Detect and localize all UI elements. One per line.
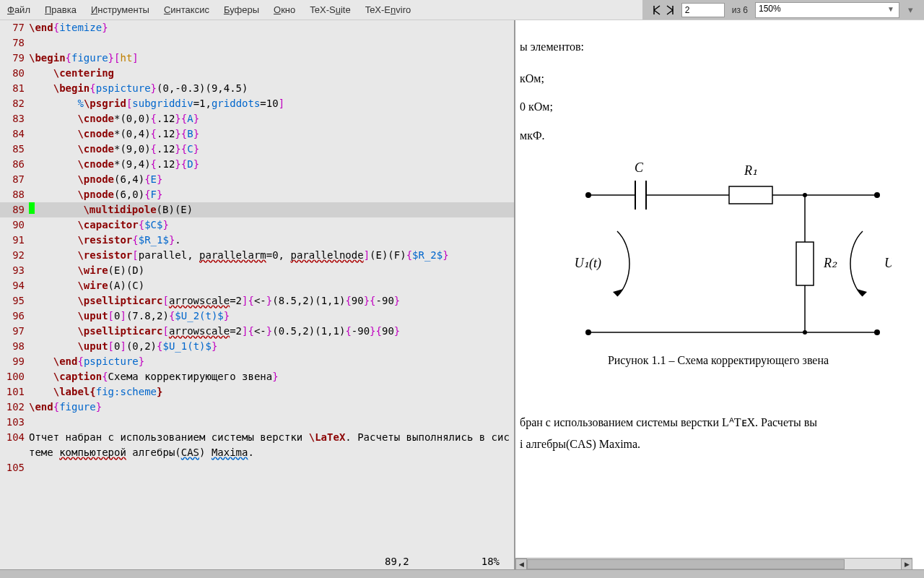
code-text: \cnode*(9,4){.12}{D} (29, 157, 514, 172)
text-cursor (29, 202, 35, 214)
page-number-input[interactable] (681, 3, 725, 17)
line-number: 99 (0, 354, 29, 369)
code-line[interactable]: 104Отчет набран с использованием системы… (0, 430, 514, 460)
code-line[interactable]: 81 \begin{pspicture}(0,-0.3)(9,4.5) (0, 81, 514, 96)
svg-text:U₁(t): U₁(t) (575, 256, 601, 271)
code-line[interactable]: 91 \resistor{$R_1$}. (0, 233, 514, 248)
menu-window[interactable]: Окно (266, 1, 302, 18)
editor-pane: 77\end{itemize}7879\begin{figure}[ht]80 … (0, 20, 515, 569)
code-text: \label{fig:scheme} (29, 384, 514, 400)
menu-buffers[interactable]: Буферы (217, 1, 266, 18)
line-number: 85 (0, 142, 29, 157)
code-line[interactable]: 102\end{figure} (0, 400, 514, 415)
code-line[interactable]: 86 \cnode*(9,4){.12}{D} (0, 157, 514, 172)
code-line[interactable]: 84 \cnode*(0,4){.12}{B} (0, 126, 514, 142)
code-text: \cnode*(0,0){.12}{A} (29, 111, 514, 126)
code-line[interactable]: 89 \multidipole(B)(E) (0, 202, 514, 217)
prev-page-icon[interactable] (650, 4, 661, 16)
svg-rect-11 (729, 186, 772, 204)
code-text: %\psgrid[subgriddiv=1,griddots=10] (29, 96, 514, 111)
line-number: 87 (0, 172, 29, 187)
line-number: 77 (0, 20, 29, 35)
preview-text: мкФ. (520, 126, 917, 145)
code-text: \begin{pspicture}(0,-0.3)(9,4.5) (29, 81, 514, 96)
svg-marker-21 (857, 289, 867, 296)
code-line[interactable]: 83 \cnode*(0,0){.12}{A} (0, 111, 514, 126)
code-line[interactable]: 90 \capacitor{$C$} (0, 217, 514, 233)
line-number: 89 (0, 202, 29, 217)
code-line[interactable]: 77\end{itemize} (0, 20, 514, 35)
code-line[interactable]: 93 \wire(E)(D) (0, 263, 514, 278)
code-line[interactable]: 98 \uput[0](0,2){$U_1(t)$} (0, 339, 514, 354)
scroll-right-icon[interactable]: ▶ (901, 558, 912, 570)
line-number: 96 (0, 309, 29, 324)
menu-edit[interactable]: Правка (38, 1, 84, 18)
preview-text: кОм; (520, 69, 917, 88)
preview-text: і алгебры(CAS) Maxima. (520, 435, 917, 454)
line-number: 92 (0, 248, 29, 263)
code-line[interactable]: 87 \pnode(6,4){E} (0, 172, 514, 187)
code-line[interactable]: 101 \label{fig:scheme} (0, 384, 514, 400)
line-number: 79 (0, 51, 29, 66)
line-number: 90 (0, 217, 29, 233)
menu-file[interactable]: Файл (0, 1, 38, 18)
code-line[interactable]: 99 \end{pspicture} (0, 354, 514, 369)
code-line[interactable]: 82 %\psgrid[subgriddiv=1,griddots=10] (0, 96, 514, 111)
code-text: \capacitor{$C$} (29, 217, 514, 233)
code-line[interactable]: 96 \uput[0](7.8,2){$U_2(t)$} (0, 309, 514, 324)
window-bottom-bar (0, 569, 924, 578)
code-text: \multidipole(B)(E) (35, 202, 514, 217)
code-text: \cnode*(0,4){.12}{B} (29, 126, 514, 142)
code-line[interactable]: 94 \wire(A)(C) (0, 278, 514, 293)
code-line[interactable]: 79\begin{figure}[ht] (0, 51, 514, 66)
line-number: 102 (0, 400, 29, 415)
scroll-left-icon[interactable]: ◀ (515, 558, 527, 570)
preview-text: ы элементов: (520, 38, 917, 56)
line-number: 83 (0, 111, 29, 126)
line-number: 91 (0, 233, 29, 248)
code-line[interactable]: 92 \resistor[parallel, parallelarm=0, pa… (0, 248, 514, 263)
toolbar-more-icon[interactable]: ▾ (904, 2, 917, 18)
line-number: 81 (0, 81, 29, 96)
line-number: 105 (0, 460, 29, 475)
code-text: \resistor[parallel, parallelarm=0, paral… (29, 248, 514, 263)
zoom-select[interactable]: 150% (755, 2, 899, 18)
code-text: \cnode*(9,0){.12}{C} (29, 142, 514, 157)
code-line[interactable]: 95 \psellipticarc[arrowscale=2]{<-}(8.5,… (0, 293, 514, 309)
line-number: 88 (0, 187, 29, 202)
code-text: \pnode(6,0){F} (29, 187, 514, 202)
menu-texsuite[interactable]: TeX-Suite (302, 1, 357, 18)
line-number: 82 (0, 96, 29, 111)
svg-marker-19 (613, 289, 623, 296)
svg-text:R₂: R₂ (823, 256, 837, 270)
editor-content[interactable]: 77\end{itemize}7879\begin{figure}[ht]80 … (0, 20, 514, 553)
line-number: 78 (0, 35, 29, 51)
preview-text: бран с использованием системы верстки Lᴬ… (520, 413, 917, 432)
figure-caption: Рисунок 1.1 – Схема корректирующего звен… (520, 351, 917, 370)
code-text: \caption{Схема корректирующего звена} (29, 369, 514, 384)
code-line[interactable]: 105 (0, 460, 514, 475)
code-line[interactable]: 100 \caption{Схема корректирующего звена… (0, 369, 514, 384)
code-line[interactable]: 80 \centering (0, 66, 514, 81)
preview-pane[interactable]: ы элементов: кОм; 0 кОм; мкФ. C (515, 20, 924, 569)
menubar: Файл Правка Инструменты Синтаксис Буферы… (0, 0, 924, 20)
menu-texenv[interactable]: TeX-Enviro (358, 1, 419, 18)
cursor-position: 89,2 (385, 556, 409, 567)
code-text: \end{figure} (29, 400, 514, 415)
menu-tools[interactable]: Инструменты (84, 1, 157, 18)
line-number: 98 (0, 339, 29, 354)
menu-syntax[interactable]: Синтаксис (157, 1, 217, 18)
code-text: \end{itemize} (29, 20, 514, 35)
code-text: \end{pspicture} (29, 354, 514, 369)
horizontal-scrollbar[interactable]: ◀ ▶ (515, 558, 912, 569)
code-line[interactable]: 97 \psellipticarc[arrowscale=2]{<-}(0.5,… (0, 324, 514, 339)
code-line[interactable]: 78 (0, 35, 514, 51)
code-text: \wire(E)(D) (29, 263, 514, 278)
pdf-toolbar: из 6 150% ▾ (642, 0, 924, 20)
code-line[interactable]: 88 \pnode(6,0){F} (0, 187, 514, 202)
next-page-icon[interactable] (666, 4, 677, 16)
code-line[interactable]: 103 (0, 415, 514, 430)
scrollbar-thumb[interactable] (527, 559, 845, 569)
code-line[interactable]: 85 \cnode*(9,0){.12}{C} (0, 142, 514, 157)
line-number: 86 (0, 157, 29, 172)
